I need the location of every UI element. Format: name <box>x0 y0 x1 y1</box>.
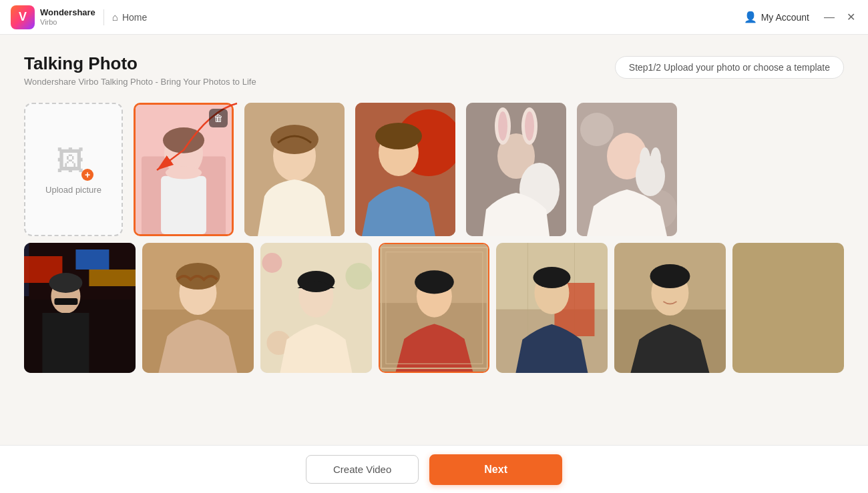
photo-svg-9 <box>260 243 372 373</box>
svg-rect-31 <box>75 250 109 270</box>
svg-point-35 <box>49 273 82 293</box>
svg-point-3 <box>163 127 204 153</box>
logo-name: Wondershare <box>40 8 95 17</box>
page-subtitle: Wondershare Virbo Talking Photo - Bring … <box>24 77 256 87</box>
titlebar-divider <box>103 9 104 25</box>
account-label: My Account <box>761 12 809 23</box>
photo-svg-7 <box>24 243 136 373</box>
svg-rect-4 <box>161 176 206 234</box>
titlebar-right: 👤 My Account — ✕ <box>744 11 857 23</box>
photo-card-13[interactable] <box>732 243 844 373</box>
titlebar: V Wondershare Virbo ⌂ Home 👤 My Account … <box>0 0 868 35</box>
photo-svg-10 <box>380 244 489 372</box>
window-controls: — ✕ <box>823 11 857 23</box>
photo-svg-3 <box>355 103 455 236</box>
svg-point-64 <box>650 264 690 288</box>
titlebar-left: V Wondershare Virbo ⌂ Home <box>11 5 147 29</box>
svg-point-43 <box>345 263 371 290</box>
photo-card-9[interactable] <box>260 243 372 373</box>
photo-card-12[interactable] <box>614 243 726 373</box>
bottom-bar: Create Video Next <box>0 445 868 493</box>
home-link[interactable]: ⌂ Home <box>112 11 147 23</box>
svg-point-60 <box>533 267 571 288</box>
photo-svg-2 <box>244 103 345 236</box>
photo-card-5[interactable] <box>577 103 677 236</box>
svg-rect-34 <box>42 313 89 373</box>
photo-card-4[interactable] <box>466 103 566 236</box>
logo: V Wondershare Virbo <box>11 5 95 29</box>
svg-point-25 <box>640 147 650 171</box>
page-title-area: Talking Photo Wondershare Virbo Talking … <box>24 53 256 87</box>
home-icon: ⌂ <box>112 11 118 23</box>
upload-label: Upload picture <box>45 185 101 195</box>
next-button[interactable]: Next <box>429 454 562 485</box>
svg-point-26 <box>650 147 661 171</box>
create-video-button[interactable]: Create Video <box>306 455 419 484</box>
delete-button[interactable]: 🗑 <box>209 109 228 127</box>
photo-card-3[interactable] <box>355 103 455 236</box>
photo-card-2[interactable] <box>244 103 345 236</box>
account-button[interactable]: 👤 My Account <box>744 11 809 23</box>
photo-card-11[interactable] <box>496 243 608 373</box>
photo-grid-row1: 🖼 + Upload picture 🗑 <box>24 103 844 236</box>
svg-point-12 <box>375 123 422 149</box>
svg-point-5 <box>166 166 202 179</box>
main-content: Talking Photo Wondershare Virbo Talking … <box>0 35 868 373</box>
svg-rect-32 <box>89 270 135 286</box>
svg-point-8 <box>270 125 318 154</box>
logo-sub: Virbo <box>40 18 95 26</box>
svg-rect-36 <box>54 298 77 305</box>
photo-svg-8 <box>142 243 254 373</box>
svg-point-42 <box>262 253 282 273</box>
svg-point-21 <box>580 113 614 146</box>
photo-svg-12 <box>614 243 726 373</box>
minimize-button[interactable]: — <box>823 11 836 23</box>
logo-icon: V <box>11 5 35 29</box>
home-label: Home <box>122 12 147 23</box>
photo-grid-row2 <box>24 243 844 373</box>
close-button[interactable]: ✕ <box>844 11 857 23</box>
svg-point-50 <box>415 270 454 294</box>
logo-text: Wondershare Virbo <box>40 8 95 25</box>
account-icon: 👤 <box>744 11 757 23</box>
photo-card-7[interactable] <box>24 243 136 373</box>
photo-svg-5 <box>577 103 677 236</box>
photo-card-10[interactable] <box>379 243 490 373</box>
page-title: Talking Photo <box>24 53 256 74</box>
upload-box[interactable]: 🖼 + Upload picture <box>24 103 123 236</box>
upload-plus-icon: + <box>81 169 93 181</box>
photo-svg-11 <box>496 243 608 373</box>
svg-point-17 <box>498 111 507 141</box>
photo-card-8[interactable] <box>142 243 254 373</box>
photo-svg-4 <box>466 103 566 236</box>
page-header: Talking Photo Wondershare Virbo Talking … <box>24 53 844 87</box>
step-indicator: Step1/2 Upload your photo or choose a te… <box>615 56 844 79</box>
svg-point-18 <box>525 111 534 141</box>
upload-image-icon: 🖼 <box>56 145 84 176</box>
upload-icon-wrap: 🖼 + <box>56 145 91 179</box>
photo-card-selected[interactable]: 🗑 <box>134 103 234 236</box>
